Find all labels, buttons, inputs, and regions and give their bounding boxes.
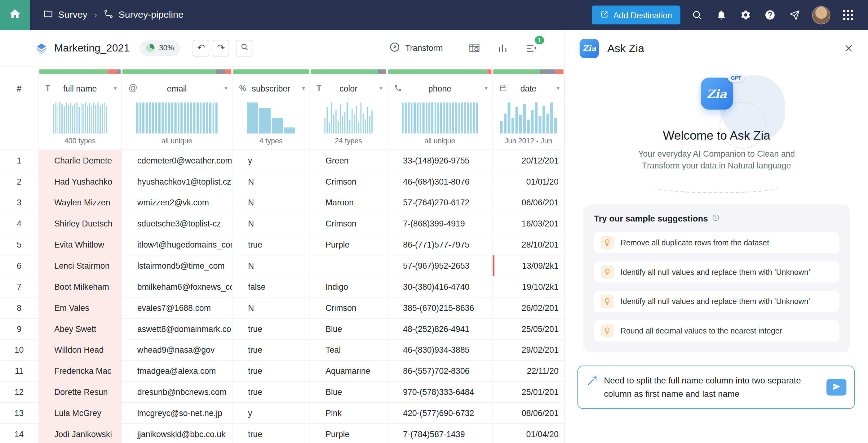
cell-subscriber[interactable]: N (232, 297, 310, 319)
cell-color[interactable]: Pink (310, 403, 388, 424)
cell-color[interactable]: Indigo (310, 276, 388, 297)
cell-date[interactable]: 06/06/201 (493, 193, 564, 213)
user-avatar[interactable] (812, 6, 831, 24)
cell-color[interactable]: Crimson (310, 171, 388, 193)
data-preview-icon[interactable] (468, 42, 480, 54)
send-button[interactable] (827, 379, 846, 396)
cell-phone[interactable]: 46-(684)301-8076 (388, 171, 493, 193)
cell-subscriber[interactable]: true (232, 360, 310, 382)
suggestion-item[interactable]: Identify all null values and replace the… (594, 262, 839, 283)
undo-button[interactable]: ↶ (193, 40, 210, 56)
cell-subscriber[interactable]: true (232, 234, 310, 255)
cell-email[interactable]: hyushachkov1@toplist.cz (122, 171, 232, 193)
cell-email[interactable]: bmilkeham6@foxnews_co (122, 276, 232, 297)
cell-subscriber[interactable]: y (232, 150, 310, 171)
cell-full-name[interactable]: Jodi Janikowski (39, 424, 122, 443)
cell-email[interactable]: whead9@nasa@gov (122, 340, 232, 361)
column-header-email[interactable]: @email▾ (122, 76, 232, 100)
cell-email[interactable]: lmcgreyc@so-net.ne.jp (122, 403, 232, 424)
chevron-down-icon[interactable]: ▾ (302, 84, 305, 91)
cell-subscriber[interactable]: true (232, 424, 310, 443)
transform-button[interactable]: Transform (390, 41, 443, 54)
column-quality-bar[interactable] (493, 66, 564, 76)
table-search-button[interactable] (236, 40, 253, 56)
applied-steps-icon[interactable]: 1 (525, 42, 537, 54)
cell-email[interactable]: sduetsche3@toplist-cz (122, 213, 232, 234)
chevron-down-icon[interactable]: ▾ (379, 84, 382, 91)
cell-date[interactable]: 13/09/2k1 (493, 255, 564, 276)
cell-full-name[interactable]: Boot Milkeham (39, 276, 122, 297)
cell-color[interactable]: Crimson (310, 213, 388, 234)
cell-date[interactable]: 20/12/201 (493, 150, 564, 171)
cell-color[interactable]: Green (310, 150, 388, 171)
suggestion-item[interactable]: Remove all duplicate rows from the datas… (594, 232, 839, 254)
chevron-down-icon[interactable]: ▾ (556, 84, 560, 91)
column-header-date[interactable]: date▾ (493, 76, 564, 100)
cell-email[interactable]: aswett8@domainmark.co (122, 319, 232, 340)
info-icon[interactable] (712, 214, 719, 224)
cell-color[interactable]: Blue (310, 319, 388, 340)
column-quality-bar[interactable] (388, 66, 493, 76)
column-quality-bar[interactable] (232, 66, 310, 76)
chart-bars-icon[interactable] (497, 42, 508, 54)
cell-email[interactable]: wmizzen2@vk.com (122, 193, 232, 213)
cell-subscriber[interactable]: N (232, 213, 310, 234)
cell-full-name[interactable]: Charlie Demete (39, 150, 122, 171)
cell-date[interactable]: 01/01/20 (493, 171, 564, 193)
cell-phone[interactable]: 7-(784)587-1439 (388, 424, 493, 443)
cell-color[interactable]: Purple (310, 234, 388, 255)
cell-full-name[interactable]: Evita Whitlow (39, 234, 122, 255)
column-header-color[interactable]: Tcolor▾ (310, 76, 388, 100)
cell-email[interactable]: evales7@1688.com (122, 297, 232, 319)
cell-full-name[interactable]: Lenci Stairmon (39, 255, 122, 276)
cell-date[interactable]: 25/05/201 (493, 319, 564, 340)
column-quality-bar[interactable] (310, 66, 388, 76)
cell-phone[interactable]: 48-(252)826-4941 (388, 319, 493, 340)
cell-phone[interactable]: 420-(577)690-6732 (388, 403, 493, 424)
cell-full-name[interactable]: Abey Swett (39, 319, 122, 340)
cell-date[interactable]: 19/10/2k1 (493, 276, 564, 297)
column-histogram-email[interactable]: all unique (122, 100, 232, 150)
cell-full-name[interactable]: Waylen Mizzen (39, 193, 122, 213)
cell-date[interactable]: 08/06/201 (493, 403, 564, 424)
cell-phone[interactable]: 7-(868)399-4919 (388, 213, 493, 234)
column-quality-bar[interactable] (122, 66, 232, 76)
cell-date[interactable]: 16/03/201 (493, 213, 564, 234)
notifications-bell-icon[interactable] (709, 3, 734, 27)
column-header-phone[interactable]: phone▾ (388, 76, 493, 100)
cell-full-name[interactable]: Em Vales (39, 297, 122, 319)
cell-phone[interactable]: 385-(670)215-8636 (388, 297, 493, 319)
suggestion-item[interactable]: Round all decimal values to the nearest … (594, 321, 839, 342)
breadcrumb-pipeline[interactable]: Survey-pipeline (103, 9, 183, 21)
cell-email[interactable]: fmadgea@alexa.com (122, 360, 232, 382)
cell-email[interactable]: itlow4@hugedomains_com (122, 234, 232, 255)
cell-date[interactable]: 01/04/20 (493, 424, 564, 443)
cell-date[interactable]: 22/11/20 (493, 360, 564, 382)
cell-color[interactable]: Purple (310, 424, 388, 443)
cell-full-name[interactable]: Willdon Head (39, 340, 122, 361)
cell-full-name[interactable]: Lula McGrey (39, 403, 122, 424)
cell-subscriber[interactable]: N (232, 171, 310, 193)
cell-full-name[interactable]: Dorette Resun (39, 382, 122, 403)
cell-phone[interactable]: 970-(578)333-6484 (388, 382, 493, 403)
column-header-full-name[interactable]: Tfull name▾ (39, 76, 122, 100)
cell-full-name[interactable]: Fredericka Mac (39, 360, 122, 382)
cell-date[interactable]: 26/02/201 (493, 297, 564, 319)
cell-color[interactable]: Teal (310, 340, 388, 361)
column-histogram-date[interactable]: Jun 2012 - Jun (493, 100, 564, 150)
cell-color[interactable] (310, 255, 388, 276)
column-histogram-full-name[interactable]: 400 types (39, 100, 122, 150)
cell-phone[interactable]: 86-(771)577-7975 (388, 234, 493, 255)
add-destination-button[interactable]: Add Destination (592, 6, 680, 25)
cell-email[interactable]: cdemeter0@weather.com (122, 150, 232, 171)
cell-subscriber[interactable]: N (232, 255, 310, 276)
cell-subscriber[interactable]: N (232, 193, 310, 213)
column-histogram-color[interactable]: 24 types (310, 100, 388, 150)
cell-subscriber[interactable]: true (232, 319, 310, 340)
cell-date[interactable]: 29/02/201 (493, 340, 564, 361)
cell-full-name[interactable]: Shirley Duetsch (39, 213, 122, 234)
chevron-down-icon[interactable]: ▾ (114, 84, 117, 91)
home-button[interactable] (0, 0, 30, 30)
cell-date[interactable]: 25/01/201 (493, 382, 564, 403)
breadcrumb-project[interactable]: Survey (43, 9, 87, 21)
